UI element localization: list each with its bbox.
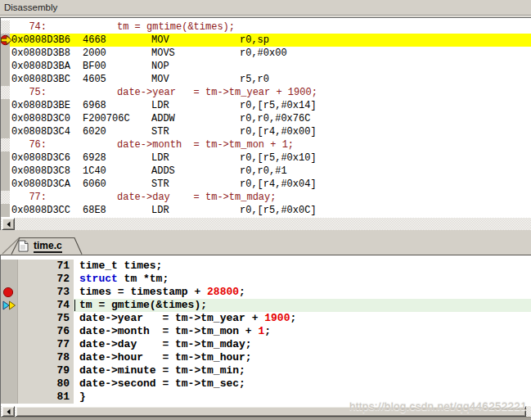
editor-row[interactable]: 73times = timestamp + 28800;	[1, 286, 531, 299]
source-editor-pane[interactable]: 71time_t times;72struct tm *tm; 73times …	[0, 255, 531, 406]
code-token: date->day = tm->tm_mday;	[79, 338, 252, 350]
disasm-instruction-row[interactable]: 0x0808D3BABF00NOP	[1, 60, 531, 73]
instruction-opcode-bytes: F200706C	[83, 112, 151, 125]
disasm-source-lineno: 77:	[11, 191, 47, 204]
disasm-source-row[interactable]: 76:date->month = tm->tm_mon + 1;	[1, 138, 531, 151]
disassembly-hscrollbar[interactable]	[0, 218, 531, 230]
code-line[interactable]: times = timestamp + 28800;	[74, 286, 531, 299]
breakpoint-margin[interactable]	[1, 325, 18, 338]
disassembly-pane[interactable]: 74:tm = gmtime(&times); 0x0808D3B64668MO…	[0, 17, 531, 218]
breakpoint-margin[interactable]	[1, 286, 18, 299]
instruction-mnemonic: MOVS	[151, 47, 240, 60]
disassembly-scroll-track[interactable]	[1, 218, 531, 230]
code-token: }	[79, 391, 86, 403]
code-token: times = timestamp +	[79, 286, 207, 298]
instruction-opcode-bytes: 6968	[83, 99, 151, 112]
editor-row[interactable]: 77date->day = tm->tm_mday;	[1, 338, 531, 351]
disasm-source-row[interactable]: 75:date->year = tm->tm_year + 1900;	[1, 86, 531, 99]
disasm-instruction-row[interactable]: 0x0808D3CC68E8LDRr0,[r5,#0x0C]	[1, 204, 531, 217]
code-token: ;	[264, 325, 271, 337]
code-line[interactable]: date->second = tm->tm_sec;	[74, 377, 531, 391]
scroll-left-icon	[6, 221, 11, 228]
breakpoint-margin[interactable]	[1, 364, 18, 377]
disassembly-scroll-left-button[interactable]	[2, 218, 15, 230]
disasm-instruction-row[interactable]: 0x0808D3BE6968LDRr0,[r5,#0x14]	[1, 99, 531, 112]
instruction-opcode-bytes: 68E8	[83, 204, 151, 217]
disasm-source-row[interactable]: 77:date->day = tm->tm_mday;	[1, 191, 531, 204]
disassembly-pane-title[interactable]: Disassembly	[0, 0, 531, 16]
breakpoint-margin[interactable]	[1, 299, 18, 312]
instruction-opcode-bytes: 6020	[83, 125, 151, 138]
disasm-gutter[interactable]	[1, 34, 10, 47]
disasm-instruction-row[interactable]: 0x0808D3BC4605MOVr5,r0	[1, 73, 531, 86]
breakpoint-margin[interactable]	[1, 260, 18, 273]
breakpoint-current-pc-icon	[0, 34, 14, 46]
disasm-gutter[interactable]	[1, 178, 10, 191]
editor-row[interactable]: 72struct tm *tm;	[1, 273, 531, 286]
code-line[interactable]: date->day = tm->tm_mday;	[74, 338, 531, 351]
instruction-operands: r0,[r5,#0x10]	[240, 152, 317, 164]
disasm-instruction-row[interactable]: 0x0808D3C81C40ADDSr0,r0,#1	[1, 165, 531, 178]
breakpoint-margin[interactable]	[1, 351, 18, 364]
breakpoint-margin[interactable]	[1, 312, 18, 325]
instruction-mnemonic: NOP	[151, 60, 240, 73]
editor-row[interactable]: 74tm = gmtime(&times);	[1, 299, 531, 312]
disasm-gutter[interactable]	[1, 73, 10, 86]
disasm-gutter[interactable]	[1, 112, 10, 125]
instruction-operands: r0,[r4,#0x00]	[240, 126, 317, 138]
code-line[interactable]: date->month = tm->tm_mon + 1;	[74, 325, 531, 338]
disasm-gutter[interactable]	[1, 60, 10, 73]
disasm-gutter[interactable]	[1, 191, 10, 204]
code-token: tm *tm;	[118, 273, 169, 285]
disasm-row-text: 0x0808D3BC4605MOVr5,r0	[10, 73, 531, 86]
keyword-token: struct	[79, 273, 118, 285]
disasm-row-text: 74:tm = gmtime(&times);	[10, 20, 531, 34]
instruction-opcode-bytes: 6928	[83, 151, 151, 165]
code-line[interactable]: struct tm *tm;	[74, 273, 531, 286]
editor-row[interactable]: 79date->minute = tm->tm_min;	[1, 364, 531, 377]
breakpoint-margin[interactable]	[1, 338, 18, 351]
disasm-gutter[interactable]	[1, 86, 10, 99]
editor-scroll-left-button[interactable]	[2, 406, 15, 417]
disasm-instruction-row[interactable]: 0x0808D3B82000MOVSr0,#0x00	[1, 47, 531, 60]
disasm-source-row[interactable]: 74:tm = gmtime(&times);	[1, 20, 531, 34]
editor-row[interactable]: 78date->hour = tm->tm_hour;	[1, 351, 531, 364]
disasm-row-text: 0x0808D3B82000MOVSr0,#0x00	[10, 47, 531, 60]
line-number: 79	[18, 364, 74, 377]
code-line[interactable]: tm = gmtime(&times);	[74, 299, 531, 312]
instruction-mnemonic: LDR	[151, 151, 240, 165]
tab-time-c[interactable]: time.c	[18, 237, 80, 255]
scroll-left-icon	[6, 409, 11, 415]
disasm-instruction-row[interactable]: 0x0808D3C46020STRr0,[r4,#0x00]	[1, 125, 531, 138]
code-token: date->month = tm->tm_mon +	[79, 325, 258, 337]
disasm-instruction-row[interactable]: 0x0808D3B64668MOVr0,sp	[1, 34, 531, 47]
line-number: 80	[18, 377, 74, 391]
editor-row[interactable]: 75date->year = tm->tm_year + 1900;	[1, 312, 531, 325]
disasm-instruction-row[interactable]: 0x0808D3C66928LDRr0,[r5,#0x10]	[1, 151, 531, 165]
watermark: https://blog.csdn.net/qq446252221	[349, 400, 527, 413]
disasm-gutter[interactable]	[1, 47, 10, 60]
code-line[interactable]: date->year = tm->tm_year + 1900;	[74, 312, 531, 325]
disasm-gutter[interactable]	[1, 99, 10, 112]
editor-row[interactable]: 71time_t times;	[1, 260, 531, 273]
disasm-gutter[interactable]	[1, 20, 10, 34]
disasm-instruction-row[interactable]: 0x0808D3C0F200706CADDWr0,r0,#0x76C	[1, 112, 531, 125]
disasm-gutter[interactable]	[1, 138, 10, 151]
breakpoint-margin[interactable]	[1, 391, 18, 404]
instruction-mnemonic: ADDW	[151, 112, 240, 125]
disasm-instruction-row[interactable]: 0x0808D3CA6060STRr0,[r4,#0x04]	[1, 178, 531, 191]
code-line[interactable]: date->minute = tm->tm_min;	[74, 364, 531, 377]
breakpoint-margin[interactable]	[1, 377, 18, 391]
code-line[interactable]: date->hour = tm->tm_hour;	[74, 351, 531, 364]
disasm-gutter[interactable]	[1, 125, 10, 138]
editor-row[interactable]: 80date->second = tm->tm_sec;	[1, 377, 531, 391]
disasm-gutter[interactable]	[1, 204, 10, 217]
breakpoint-margin[interactable]	[1, 273, 18, 286]
disasm-row-text: 75:date->year = tm->tm_year + 1900;	[10, 86, 531, 99]
editor-row[interactable]: 76date->month = tm->tm_mon + 1;	[1, 325, 531, 338]
instruction-mnemonic: STR	[151, 178, 240, 191]
instruction-operands: r5,r0	[240, 74, 269, 85]
code-line[interactable]: time_t times;	[74, 260, 531, 273]
disasm-gutter[interactable]	[1, 165, 10, 178]
disasm-gutter[interactable]	[1, 151, 10, 165]
